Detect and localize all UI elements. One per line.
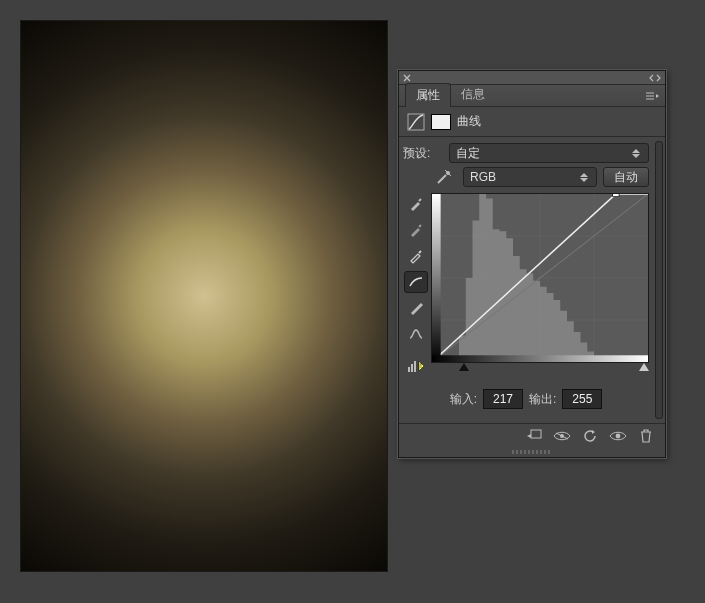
- io-row: 输入: 217 输出: 255: [403, 381, 649, 419]
- curve-pencil-tool-icon[interactable]: [404, 297, 428, 319]
- document-canvas: [20, 20, 388, 572]
- channel-row: RGB 自动: [403, 167, 649, 187]
- preset-value: 自定: [456, 145, 480, 162]
- input-slider-track[interactable]: [459, 363, 649, 377]
- svg-point-19: [616, 433, 621, 438]
- eyedropper-gray-icon[interactable]: [404, 219, 428, 241]
- channel-value: RGB: [470, 170, 496, 184]
- resize-grip[interactable]: [399, 447, 665, 457]
- target-adjust-icon[interactable]: [433, 169, 457, 185]
- curve-controls: !: [403, 191, 649, 377]
- output-value-field[interactable]: 255: [562, 389, 602, 409]
- eyedropper-black-icon[interactable]: [404, 193, 428, 215]
- histogram-clip-icon[interactable]: !: [404, 355, 428, 377]
- auto-button[interactable]: 自动: [603, 167, 649, 187]
- svg-rect-3: [411, 364, 413, 372]
- black-point-slider[interactable]: [459, 363, 469, 371]
- view-previous-icon[interactable]: [553, 428, 571, 444]
- output-label: 输出:: [529, 391, 556, 408]
- svg-rect-4: [414, 361, 416, 372]
- adjustment-title: 曲线: [457, 113, 481, 130]
- svg-rect-2: [408, 367, 410, 372]
- panel-tabs: 属性 信息: [399, 85, 665, 107]
- preset-select[interactable]: 自定: [449, 143, 649, 163]
- dropdown-icon: [580, 170, 590, 184]
- tool-column: !: [403, 193, 429, 377]
- svg-rect-16: [432, 355, 648, 362]
- trash-icon[interactable]: [637, 428, 655, 444]
- clip-to-layer-icon[interactable]: [525, 428, 543, 444]
- close-icon[interactable]: [403, 74, 411, 82]
- input-label: 输入:: [450, 391, 477, 408]
- panel-menu-icon[interactable]: [639, 88, 665, 106]
- properties-panel: 属性 信息 曲线 预设: 自定 RGB: [398, 70, 666, 458]
- svg-rect-14: [613, 194, 619, 197]
- preset-label: 预设:: [403, 145, 443, 162]
- visibility-icon[interactable]: [609, 428, 627, 444]
- curves-icon: [407, 113, 425, 131]
- dropdown-icon: [632, 146, 642, 160]
- input-value-field[interactable]: 217: [483, 389, 523, 409]
- panel-footer: [399, 423, 665, 447]
- preset-row: 预设: 自定: [403, 143, 649, 163]
- tab-properties[interactable]: 属性: [405, 83, 451, 107]
- svg-rect-15: [432, 194, 441, 362]
- eyedropper-white-icon[interactable]: [404, 245, 428, 267]
- scrollbar[interactable]: [655, 141, 663, 419]
- layer-mask-thumb[interactable]: [431, 114, 451, 130]
- smooth-curve-icon[interactable]: [404, 323, 428, 345]
- panel-body: 预设: 自定 RGB 自动: [399, 137, 665, 423]
- svg-rect-17: [531, 430, 541, 438]
- reset-icon[interactable]: [581, 428, 599, 444]
- adjustment-header: 曲线: [399, 107, 665, 137]
- svg-text:!: !: [420, 362, 422, 369]
- collapse-icon[interactable]: [649, 74, 661, 82]
- channel-select[interactable]: RGB: [463, 167, 597, 187]
- white-point-slider[interactable]: [639, 363, 649, 371]
- curve-point-tool-icon[interactable]: [404, 271, 428, 293]
- curve-graph[interactable]: [431, 193, 649, 363]
- tab-info[interactable]: 信息: [451, 83, 495, 106]
